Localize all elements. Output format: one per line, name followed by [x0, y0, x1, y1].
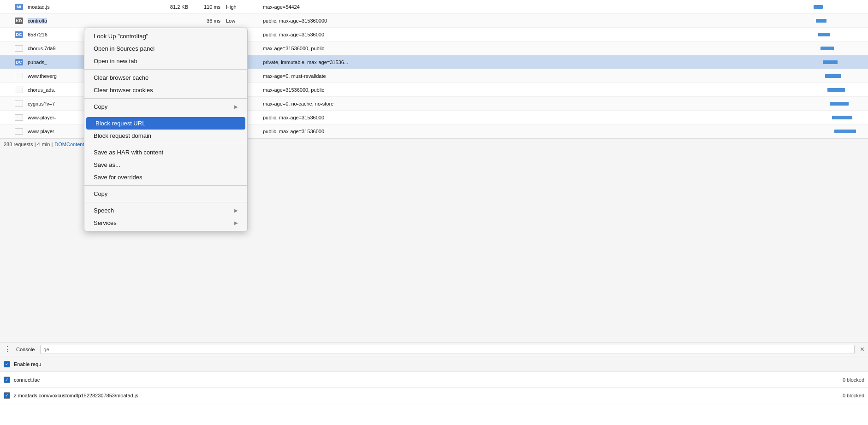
menu-item-label: Copy: [94, 190, 107, 197]
row-name: 6587216: [28, 32, 48, 37]
menu-item-open-sources[interactable]: Open in Sources panel: [84, 42, 247, 55]
menu-separator: [84, 115, 247, 115]
blocked-row-checkbox[interactable]: ✓: [4, 377, 10, 383]
menu-item-copy-bottom[interactable]: Copy: [84, 188, 247, 200]
waterfall-cell: [809, 83, 864, 97]
waterfall-bar: [816, 19, 826, 23]
row-badge: [15, 100, 28, 107]
blocked-row[interactable]: ✓ connect.fac 0 blocked: [0, 372, 868, 388]
submenu-arrow-icon: ▶: [234, 104, 238, 109]
waterfall-cell: [809, 28, 864, 41]
menu-item-open-new-tab[interactable]: Open in new tab: [84, 55, 247, 67]
menu-item-label: Block request URL: [95, 120, 145, 127]
enable-req-checkbox[interactable]: ✓: [4, 361, 10, 367]
row-cache: max-age=31536000, public: [263, 87, 809, 93]
menu-item-save-har[interactable]: Save as HAR with content: [84, 146, 247, 159]
row-cache: max-age=54424: [263, 4, 809, 10]
menu-item-label: Block request domain: [94, 132, 151, 139]
row-name: moatad.js: [28, 4, 50, 10]
row-badge: DC: [15, 59, 28, 65]
menu-item-save-as[interactable]: Save as...: [84, 159, 247, 171]
menu-item-label: Clear browser cache: [94, 74, 149, 81]
menu-separator: [84, 185, 247, 186]
row-name: cygnus?v=7: [28, 101, 55, 106]
row-time: 110 ms: [194, 4, 226, 10]
blocked-rows: ✓ connect.fac 0 blocked ✓ z.moatads.com/…: [0, 372, 868, 403]
blocked-count: 0 blocked: [843, 377, 864, 383]
file-icon: [15, 87, 23, 93]
row-priority: High: [226, 4, 263, 10]
waterfall-cell: [809, 0, 864, 14]
waterfall-cell: [809, 97, 864, 111]
badge-mi: MI: [15, 4, 23, 10]
menu-item-label: Save as HAR with content: [94, 149, 163, 156]
row-time: 36 ms: [194, 18, 226, 24]
console-tab-label[interactable]: Console: [16, 347, 35, 352]
filter-input[interactable]: ge: [40, 345, 854, 354]
blocked-row-text: connect.fac: [14, 377, 40, 383]
row-cache: public, max-age=31536000: [263, 115, 809, 120]
file-icon: [15, 114, 23, 121]
menu-item-label: Save as...: [94, 161, 120, 168]
waterfall-bar: [832, 116, 852, 119]
menu-item-save-overrides[interactable]: Save for overrides: [84, 171, 247, 183]
menu-item-clear-cookies[interactable]: Clear browser cookies: [84, 84, 247, 96]
waterfall-bar: [823, 60, 838, 64]
filter-row: ✓ Enable requ: [0, 356, 868, 372]
three-dots-icon[interactable]: ⋮: [4, 345, 11, 354]
menu-item-speech[interactable]: Speech▶: [84, 204, 247, 217]
file-icon: [15, 73, 23, 79]
row-size: 81.2 KB: [157, 4, 194, 10]
waterfall-bar: [827, 88, 845, 92]
table-row[interactable]: MI moatad.js 81.2 KB 110 ms High max-age…: [0, 0, 868, 14]
row-cache: public, max-age=31536000: [263, 129, 809, 134]
menu-item-services[interactable]: Services▶: [84, 217, 247, 229]
console-area: ⋮ Console ge × ✓ Enable requ ✓ connect.f…: [0, 342, 868, 425]
menu-item-label: Services: [94, 219, 117, 226]
row-badge: KD: [15, 18, 28, 24]
row-badge: [15, 114, 28, 121]
file-icon: [15, 45, 23, 52]
menu-item-label: Speech: [94, 207, 114, 214]
badge-dc: DC: [15, 59, 23, 65]
waterfall-cell: [809, 14, 864, 28]
blocked-row[interactable]: ✓ z.moatads.com/voxcustomdfp152282307853…: [0, 388, 868, 403]
file-icon: [15, 128, 23, 135]
menu-item-copy-top[interactable]: Copy▶: [84, 100, 247, 113]
waterfall-bar: [814, 5, 823, 9]
badge-dc: DC: [15, 31, 23, 38]
file-icon: [15, 100, 23, 107]
row-name: controlta: [28, 18, 47, 24]
row-cache: private, immutable, max-age=31536...: [263, 59, 809, 65]
menu-item-block-domain[interactable]: Block request domain: [84, 130, 247, 142]
blocked-row-text: z.moatads.com/voxcustomdfp152282307853/m…: [14, 393, 138, 398]
badge-kd: KD: [15, 18, 23, 24]
row-badge: [15, 128, 28, 135]
waterfall-bar: [820, 47, 834, 50]
blocked-count: 0 blocked: [843, 393, 864, 398]
row-name: www.theverg: [28, 73, 57, 79]
row-filename: moatad.js: [28, 4, 157, 10]
row-name: www-player-: [28, 115, 56, 120]
waterfall-cell: [809, 69, 864, 83]
menu-item-label: Open in new tab: [94, 58, 137, 65]
waterfall-cell: [809, 41, 864, 55]
row-badge: DC: [15, 31, 28, 38]
menu-separator: [84, 98, 247, 99]
console-toolbar: ⋮ Console ge ×: [0, 342, 868, 356]
close-button[interactable]: ×: [860, 345, 864, 354]
waterfall-bar: [830, 102, 849, 106]
menu-item-block-url[interactable]: Block request URL: [86, 117, 245, 130]
row-name: www-player-: [28, 129, 56, 134]
submenu-arrow-icon: ▶: [234, 220, 238, 225]
waterfall-cell: [809, 111, 864, 124]
row-name: pubads_: [28, 59, 47, 65]
menu-item-label: Open in Sources panel: [94, 45, 155, 52]
blocked-row-checkbox[interactable]: ✓: [4, 392, 10, 399]
menu-item-look-up[interactable]: Look Up "controltag": [84, 30, 247, 42]
menu-item-label: Clear browser cookies: [94, 87, 153, 94]
row-badge: [15, 45, 28, 52]
menu-item-clear-cache[interactable]: Clear browser cache: [84, 71, 247, 84]
row-badge: MI: [15, 4, 28, 10]
table-row[interactable]: KD controlta 36 ms Low public, max-age=3…: [0, 14, 868, 28]
